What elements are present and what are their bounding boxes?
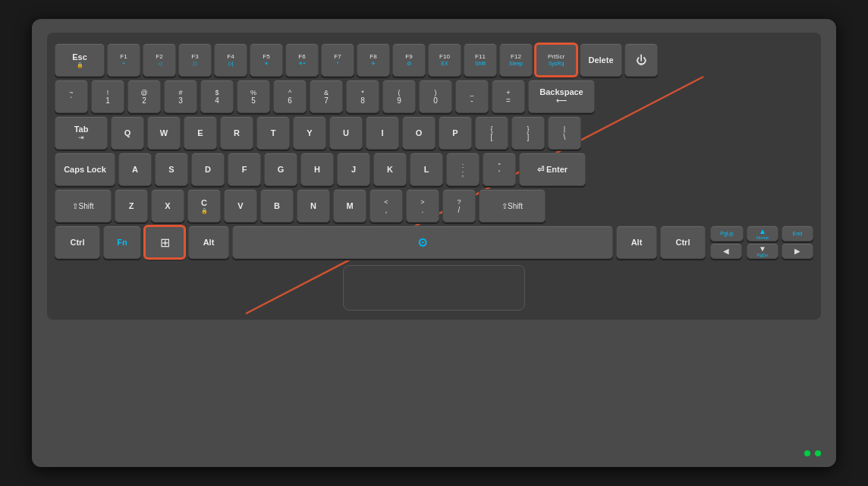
key-f3[interactable]: F3 ⟩⟩ xyxy=(178,43,212,77)
key-f[interactable]: F xyxy=(228,153,261,186)
key-period[interactable]: > . xyxy=(406,189,439,222)
key-u[interactable]: U xyxy=(329,116,363,150)
key-rbrace[interactable]: } ] xyxy=(511,116,545,150)
fn-key-row: Esc 🔒 F1 + F2 ◁ F3 ⟩⟩ F4 ▷| F5 ☀ xyxy=(55,43,813,77)
key-g[interactable]: G xyxy=(264,153,297,186)
key-prtscr[interactable]: PrtScr SysRq xyxy=(535,43,577,77)
up-down-cluster: ▲ Home ▼ PgDn xyxy=(747,226,778,259)
key-delete[interactable]: Delete xyxy=(580,43,622,77)
home-key-row: Caps Lock A S D F G H J K L : ; " ' ⏎ En… xyxy=(55,153,813,186)
key-win[interactable]: ⊞ xyxy=(144,226,185,259)
key-e[interactable]: E xyxy=(184,116,217,150)
key-f11[interactable]: F11 Shift xyxy=(464,43,497,77)
key-r[interactable]: R xyxy=(220,116,253,150)
key-7[interactable]: & 7 xyxy=(310,80,343,113)
key-right-arrow[interactable]: ▶ xyxy=(782,243,813,259)
key-f7[interactable]: F7 * xyxy=(321,43,354,77)
key-fn[interactable]: Fn xyxy=(103,226,141,259)
key-semicolon[interactable]: : ; xyxy=(446,153,480,186)
key-q[interactable]: Q xyxy=(111,116,144,150)
right-cluster: End ▶ xyxy=(782,226,813,259)
key-n[interactable]: N xyxy=(297,189,330,222)
key-ctrl-left[interactable]: Ctrl xyxy=(55,226,100,259)
key-tab[interactable]: Tab ⇥ xyxy=(55,116,108,150)
key-pipe[interactable]: | \ xyxy=(548,116,581,150)
key-left-arrow[interactable]: ◀ xyxy=(710,243,742,259)
key-f12[interactable]: F12 Sleep xyxy=(499,43,533,77)
key-s[interactable]: S xyxy=(155,153,188,186)
key-i[interactable]: I xyxy=(366,116,399,150)
key-f10[interactable]: F10 EX xyxy=(428,43,461,77)
key-enter[interactable]: ⏎ Enter xyxy=(519,153,586,186)
key-space[interactable]: ⚙ xyxy=(232,226,613,259)
key-t[interactable]: T xyxy=(256,116,290,150)
key-power[interactable]: ⏻ xyxy=(624,43,658,77)
key-f2[interactable]: F2 ◁ xyxy=(143,43,176,77)
key-m[interactable]: M xyxy=(333,189,366,222)
key-esc[interactable]: Esc 🔒 xyxy=(55,43,105,77)
key-backspace[interactable]: Backspace ⟵ xyxy=(528,80,595,113)
key-d[interactable]: D xyxy=(191,153,225,186)
key-2[interactable]: @ 2 xyxy=(127,80,161,113)
key-l[interactable]: L xyxy=(410,153,443,186)
key-c[interactable]: C 🔒 xyxy=(187,189,221,222)
key-f4[interactable]: F4 ▷| xyxy=(214,43,247,77)
key-9[interactable]: ( 9 xyxy=(382,80,416,113)
key-ctrl-right[interactable]: Ctrl xyxy=(660,226,706,259)
touchpad[interactable] xyxy=(343,265,525,311)
arrow-row: ◀ xyxy=(710,243,744,259)
keyboard: Esc 🔒 F1 + F2 ◁ F3 ⟩⟩ F4 ▷| F5 ☀ xyxy=(47,33,821,320)
key-4[interactable]: $ 4 xyxy=(200,80,234,113)
key-pgdn[interactable]: End xyxy=(782,226,813,241)
key-minus[interactable]: _ - xyxy=(455,80,489,113)
key-8[interactable]: * 8 xyxy=(346,80,379,113)
key-x[interactable]: X xyxy=(151,189,184,222)
key-3[interactable]: # 3 xyxy=(164,80,197,113)
key-capslock[interactable]: Caps Lock xyxy=(55,153,115,186)
key-lbrace[interactable]: { [ xyxy=(475,116,508,150)
key-down-arrow[interactable]: ▼ PgDn xyxy=(747,243,778,259)
key-6[interactable]: ^ 6 xyxy=(273,80,307,113)
key-1[interactable]: ! 1 xyxy=(91,80,124,113)
status-dot-2 xyxy=(815,450,821,456)
key-h[interactable]: H xyxy=(300,153,334,186)
bottom-key-row: Ctrl Fn ⊞ Alt ⚙ Alt Ctrl PgU xyxy=(55,226,813,259)
key-alt-right[interactable]: Alt xyxy=(616,226,657,259)
key-f8[interactable]: F8 ✈ xyxy=(357,43,390,77)
key-tilde[interactable]: ~ ` xyxy=(55,80,88,113)
key-p[interactable]: P xyxy=(439,116,472,150)
key-pgup[interactable]: PgUp xyxy=(710,226,744,241)
number-key-row: ~ ` ! 1 @ 2 # 3 $ 4 % 5 xyxy=(55,80,813,113)
key-0[interactable]: ) 0 xyxy=(419,80,452,113)
status-dots xyxy=(804,450,821,456)
shift-key-row: ⇧Shift Z X C 🔒 V B N M < , > . ? / xyxy=(55,189,813,222)
key-f5[interactable]: F5 ☀ xyxy=(250,43,283,77)
key-alt-left[interactable]: Alt xyxy=(188,226,229,259)
key-k[interactable]: K xyxy=(373,153,407,186)
status-dot-1 xyxy=(804,450,810,456)
key-quote[interactable]: " ' xyxy=(483,153,516,186)
key-shift-left[interactable]: ⇧Shift xyxy=(55,189,112,222)
key-f9[interactable]: F9 ⚙ xyxy=(392,43,426,77)
key-w[interactable]: W xyxy=(147,116,181,150)
key-y[interactable]: Y xyxy=(293,116,326,150)
key-f6[interactable]: F6 ☀+ xyxy=(285,43,319,77)
key-b[interactable]: B xyxy=(260,189,294,222)
key-o[interactable]: O xyxy=(402,116,436,150)
key-f1[interactable]: F1 + xyxy=(107,43,140,77)
key-up-arrow[interactable]: ▲ Home xyxy=(747,226,778,241)
key-slash[interactable]: ? / xyxy=(442,189,476,222)
key-5[interactable]: % 5 xyxy=(237,80,270,113)
laptop-body: Esc 🔒 F1 + F2 ◁ F3 ⟩⟩ F4 ▷| F5 ☀ xyxy=(32,19,836,467)
key-equals[interactable]: + = xyxy=(492,80,525,113)
key-a[interactable]: A xyxy=(118,153,152,186)
key-z[interactable]: Z xyxy=(115,189,148,222)
key-comma[interactable]: < , xyxy=(370,189,403,222)
key-shift-right[interactable]: ⇧Shift xyxy=(479,189,546,222)
qwerty-key-row: Tab ⇥ Q W E R T Y U I O P { [ } ] | \ xyxy=(55,116,813,150)
nav-cluster: PgUp ◀ xyxy=(710,226,744,259)
key-j[interactable]: J xyxy=(337,153,370,186)
key-v[interactable]: V xyxy=(224,189,257,222)
